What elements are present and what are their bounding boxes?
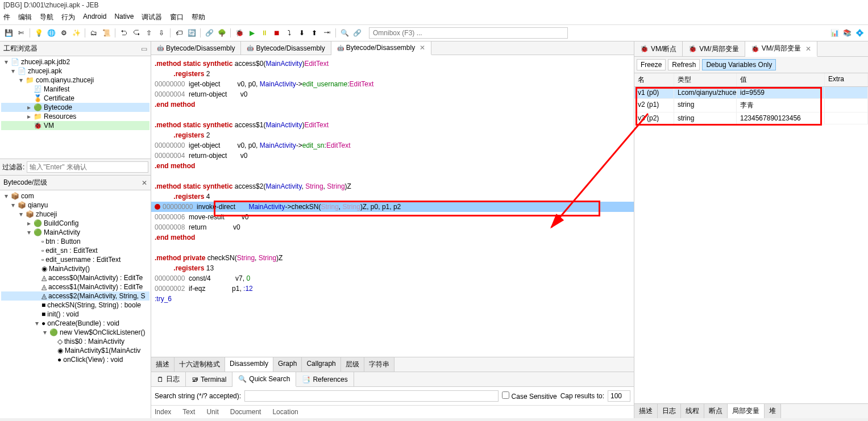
- search-input[interactable]: [244, 390, 499, 402]
- col-extra-header[interactable]: Extra: [825, 73, 868, 86]
- bottom-tab[interactable]: 层级: [341, 357, 364, 372]
- tree-item[interactable]: ▫edit_username : EditText: [1, 255, 149, 264]
- tree-item[interactable]: 🏅Certificate: [1, 94, 149, 103]
- close-icon[interactable]: ✕: [142, 179, 147, 187]
- tab-quick-search[interactable]: 🔍 Quick Search: [232, 372, 296, 387]
- editor-tab[interactable]: 🤖Bytecode/Disassembly: [151, 41, 241, 55]
- bottom-tab[interactable]: 字符串: [364, 357, 394, 372]
- maximize-icon[interactable]: ▭: [141, 45, 147, 53]
- regex-icon[interactable]: 🔍: [339, 28, 350, 38]
- col-type-header[interactable]: 类型: [674, 73, 737, 86]
- variable-row[interactable]: v1 (p0)Lcom/qianyu/zhuceid=9559: [634, 87, 868, 99]
- refresh-icon[interactable]: 🔄: [186, 28, 197, 38]
- variable-row[interactable]: v2 (p1)string李青: [634, 99, 868, 112]
- tree-item[interactable]: ▾🟢new View$OnClickListener(): [1, 328, 149, 337]
- expand-icon[interactable]: ▾: [34, 319, 40, 327]
- expand-icon[interactable]: ▸: [26, 112, 32, 120]
- tree-item[interactable]: ▸🟢BuildConfig: [1, 219, 149, 228]
- debug-vars-only-button[interactable]: Debug Variables Only: [702, 59, 776, 70]
- stack-icon[interactable]: 📚: [842, 28, 852, 38]
- variables-table[interactable]: 名 类型 值 Extra v1 (p0)Lcom/qianyu/zhuceid=…: [634, 73, 868, 403]
- tree-item[interactable]: ■init() : void: [1, 310, 149, 319]
- bottom-tab[interactable]: Disassembly: [225, 357, 273, 372]
- filter-input[interactable]: [27, 161, 148, 173]
- tree-item[interactable]: ◬access$0(MainActivity) : EditTe: [1, 273, 149, 282]
- menu-window[interactable]: 窗口: [170, 12, 184, 22]
- debug-bottom-tab[interactable]: 局部变量: [728, 404, 765, 418]
- cap-results-input[interactable]: [608, 390, 630, 402]
- freeze-button[interactable]: Freeze: [637, 59, 666, 70]
- cut-icon[interactable]: ✄: [16, 28, 26, 38]
- bottom-tab[interactable]: Callgraph: [302, 357, 340, 372]
- expand-icon[interactable]: ▾: [3, 58, 9, 66]
- heap-icon[interactable]: 📊: [829, 28, 840, 38]
- bottom-tab[interactable]: Graph: [273, 357, 302, 372]
- debug-tab[interactable]: 🐞VM/局部变量✕: [745, 41, 817, 57]
- gear-icon[interactable]: ⚙: [59, 28, 69, 38]
- menu-android[interactable]: Android: [83, 12, 106, 22]
- down-icon[interactable]: ⇩: [156, 28, 167, 38]
- tree-item[interactable]: ▸🟢Bytecode: [1, 103, 149, 112]
- tree-item[interactable]: ◬access$1(MainActivity) : EditTe: [1, 282, 149, 291]
- expand-icon[interactable]: ▾: [42, 328, 48, 336]
- tab-terminal[interactable]: 🖳 Terminal: [186, 372, 232, 386]
- variable-row[interactable]: v3 (p2)string1234567890123456: [634, 112, 868, 124]
- tree-item[interactable]: ▾📦zhuceji: [1, 210, 149, 219]
- menu-file[interactable]: 件: [3, 12, 10, 22]
- tab-references[interactable]: 📑 References: [296, 372, 354, 386]
- tree-item[interactable]: ◉MainActivity$1(MainActiv: [1, 346, 149, 355]
- expand-icon[interactable]: ▸: [26, 219, 32, 227]
- tree-item[interactable]: ●onClick(View) : void: [1, 355, 149, 364]
- debug-bottom-tab[interactable]: 描述: [634, 404, 658, 418]
- run-to-icon[interactable]: ⭲: [322, 28, 332, 38]
- project-tree[interactable]: ▾📄zhuceji.apk.jdb2▾📄zhuceji.apk▾📁com.qia…: [0, 56, 151, 159]
- expand-icon[interactable]: ▾: [18, 210, 24, 218]
- menu-debugger[interactable]: 调试器: [142, 12, 162, 22]
- hierarchy-tree[interactable]: ▾📦com▾📦qianyu▾📦zhuceji▸🟢BuildConfig▾🟢Mai…: [0, 190, 151, 418]
- debug-bottom-tab[interactable]: 堆: [765, 404, 781, 418]
- magic-icon[interactable]: ✨: [71, 28, 81, 38]
- expand-icon[interactable]: ▾: [10, 67, 16, 75]
- layers-icon[interactable]: 🗂: [89, 28, 99, 38]
- tree-item[interactable]: ▫edit_sn : EditText: [1, 246, 149, 255]
- debug-tab[interactable]: 🐞VM/局部变量: [683, 41, 745, 56]
- link-icon[interactable]: 🔗: [204, 28, 214, 38]
- bulb-icon[interactable]: 💡: [34, 28, 44, 38]
- back-icon[interactable]: ⮌: [119, 28, 129, 38]
- expand-icon[interactable]: ▾: [26, 228, 32, 236]
- tree-item[interactable]: ▫btn : Button: [1, 237, 149, 246]
- tree-item[interactable]: ▾📄zhuceji.apk: [1, 66, 149, 76]
- step-out-icon[interactable]: ⬆: [309, 28, 319, 38]
- mem-icon[interactable]: 💠: [854, 28, 865, 38]
- tree-item[interactable]: ▾🟢MainActivity: [1, 228, 149, 237]
- debug-bottom-tab[interactable]: 日志: [658, 404, 681, 418]
- tree-item[interactable]: ▾📦qianyu: [1, 201, 149, 210]
- col-name-header[interactable]: 名: [634, 73, 674, 86]
- expand-icon[interactable]: ▾: [18, 76, 24, 84]
- forward-icon[interactable]: ⮎: [131, 28, 142, 38]
- bottom-tab[interactable]: 十六进制格式: [175, 357, 225, 372]
- script-icon[interactable]: 📜: [101, 28, 111, 38]
- disassembly-view[interactable]: .method static synthetic access$0(MainAc…: [151, 55, 634, 357]
- tree-item[interactable]: ▸📁Resources: [1, 112, 149, 121]
- menu-native[interactable]: Native: [114, 12, 134, 22]
- save-icon[interactable]: 💾: [3, 28, 14, 38]
- menu-help[interactable]: 帮助: [192, 12, 205, 22]
- pause-icon[interactable]: ⏸: [259, 28, 269, 38]
- expand-icon[interactable]: ▸: [26, 103, 32, 111]
- omnibox-input[interactable]: [369, 27, 568, 39]
- tab-log[interactable]: 🗒 日志: [151, 372, 186, 386]
- close-icon[interactable]: ✕: [420, 44, 425, 52]
- step-over-icon[interactable]: ⤵: [284, 28, 294, 38]
- expand-icon[interactable]: ▾: [3, 192, 9, 200]
- case-sensitive-checkbox[interactable]: Case Sensitive: [502, 391, 556, 401]
- refresh-button[interactable]: Refresh: [668, 59, 700, 70]
- menu-nav[interactable]: 导航: [40, 12, 53, 22]
- tag-icon[interactable]: 🏷: [174, 28, 184, 38]
- col-value-header[interactable]: 值: [737, 73, 825, 86]
- tree-item[interactable]: ◬access$2(MainActivity, String, S: [1, 291, 149, 301]
- tree-item[interactable]: 🧾Manifest: [1, 85, 149, 94]
- editor-tab[interactable]: 🤖Bytecode/Disassembly✕: [331, 41, 431, 55]
- tree-item[interactable]: 🐞VM: [1, 121, 149, 130]
- bottom-tab[interactable]: 描述: [151, 357, 175, 372]
